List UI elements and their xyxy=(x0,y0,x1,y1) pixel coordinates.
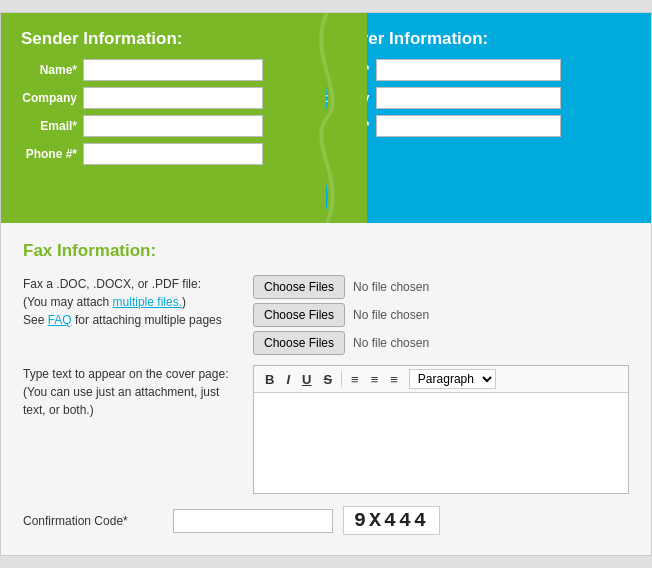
receiver-title: Receiver Information: xyxy=(314,29,632,49)
sender-company-row: Company xyxy=(21,87,306,109)
file-upload-row: Fax a .DOC, .DOCX, or .PDF file: (You ma… xyxy=(23,275,629,355)
toolbar-divider xyxy=(341,371,342,387)
toolbar-bold-btn[interactable]: B xyxy=(260,370,279,389)
sender-phone-input[interactable] xyxy=(83,143,263,165)
receiver-fax-row: Fax #* xyxy=(314,115,632,137)
confirmation-label: Confirmation Code* xyxy=(23,514,163,528)
file-label-line2: (You may attach multiple files.) xyxy=(23,295,186,309)
editor-toolbar: B I U S ≡ ≡ ≡ Paragraph Heading 1 Headin… xyxy=(254,366,628,393)
receiver-company-row: Company xyxy=(314,87,632,109)
sender-phone-label: Phone #* xyxy=(21,147,83,161)
receiver-fax-input[interactable] xyxy=(376,115,561,137)
choose-files-btn-1[interactable]: Choose Files xyxy=(253,275,345,299)
toolbar-align-center-btn[interactable]: ≡ xyxy=(366,370,384,389)
file-row-1: Choose Files No file chosen xyxy=(253,275,429,299)
cover-label: Type text to appear on the cover page: (… xyxy=(23,365,253,419)
sender-email-label: Email* xyxy=(21,119,83,133)
file-inputs-col: Choose Files No file chosen Choose Files… xyxy=(253,275,429,355)
confirmation-row: Confirmation Code* 9X444 xyxy=(23,506,629,535)
faq-link[interactable]: FAQ xyxy=(48,313,72,327)
receiver-name-row: Name* xyxy=(314,59,632,81)
sender-company-input[interactable] xyxy=(83,87,263,109)
toolbar-align-right-btn[interactable]: ≡ xyxy=(385,370,403,389)
file-row-2: Choose Files No file chosen xyxy=(253,303,429,327)
main-container: Sender Information: Name* Company Email*… xyxy=(0,12,652,556)
sender-email-input[interactable] xyxy=(83,115,263,137)
sender-email-row: Email* xyxy=(21,115,306,137)
toolbar-italic-btn[interactable]: I xyxy=(281,370,295,389)
sender-name-row: Name* xyxy=(21,59,306,81)
sender-name-input[interactable] xyxy=(83,59,263,81)
toolbar-align-left-btn[interactable]: ≡ xyxy=(346,370,364,389)
toolbar-strike-btn[interactable]: S xyxy=(318,370,337,389)
toolbar-paragraph-select[interactable]: Paragraph Heading 1 Heading 2 xyxy=(409,369,496,389)
choose-files-btn-3[interactable]: Choose Files xyxy=(253,331,345,355)
no-file-text-2: No file chosen xyxy=(353,308,429,322)
cover-label-line2: (You can use just an attachment, just te… xyxy=(23,385,219,417)
editor-body[interactable] xyxy=(254,393,628,493)
confirmation-input[interactable] xyxy=(173,509,333,533)
no-file-text-3: No file chosen xyxy=(353,336,429,350)
no-file-text-1: No file chosen xyxy=(353,280,429,294)
file-label-line3: See FAQ for attaching multiple pages xyxy=(23,313,222,327)
receiver-name-input[interactable] xyxy=(376,59,561,81)
sender-name-label: Name* xyxy=(21,63,83,77)
multiple-files-link[interactable]: multiple files. xyxy=(113,295,182,309)
editor-container: B I U S ≡ ≡ ≡ Paragraph Heading 1 Headin… xyxy=(253,365,629,494)
sender-title: Sender Information: xyxy=(21,29,306,49)
fax-info-title: Fax Information: xyxy=(23,241,629,261)
sender-panel: Sender Information: Name* Company Email*… xyxy=(1,13,326,223)
file-row-3: Choose Files No file chosen xyxy=(253,331,429,355)
bottom-section: Fax Information: Fax a .DOC, .DOCX, or .… xyxy=(1,223,651,555)
toolbar-underline-btn[interactable]: U xyxy=(297,370,316,389)
captcha-code: 9X444 xyxy=(343,506,440,535)
sender-phone-row: Phone #* xyxy=(21,143,306,165)
file-upload-label: Fax a .DOC, .DOCX, or .PDF file: (You ma… xyxy=(23,275,253,329)
sender-company-label: Company xyxy=(21,91,83,105)
receiver-panel: Receiver Information: Name* Company Fax … xyxy=(294,13,652,223)
file-label-line1: Fax a .DOC, .DOCX, or .PDF file: xyxy=(23,277,201,291)
top-section: Sender Information: Name* Company Email*… xyxy=(1,13,651,223)
cover-label-line1: Type text to appear on the cover page: xyxy=(23,367,228,381)
cover-row: Type text to appear on the cover page: (… xyxy=(23,365,629,494)
receiver-company-input[interactable] xyxy=(376,87,561,109)
choose-files-btn-2[interactable]: Choose Files xyxy=(253,303,345,327)
